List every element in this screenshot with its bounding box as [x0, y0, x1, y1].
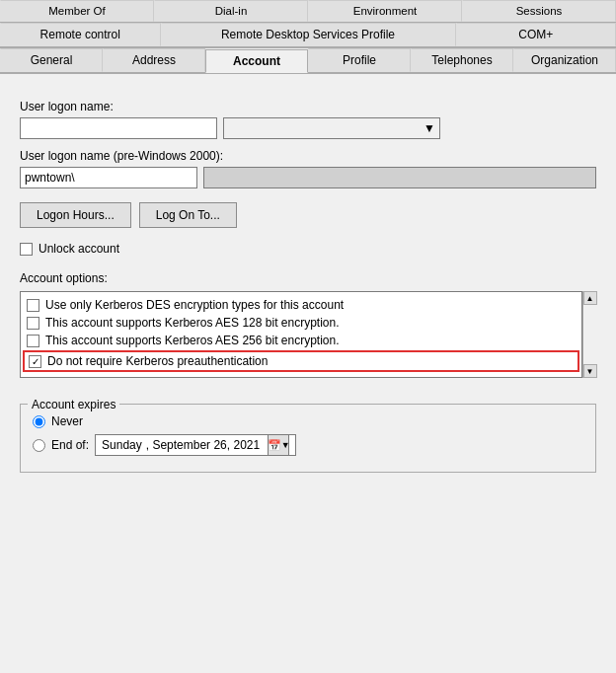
account-options-label: Account options:: [20, 271, 596, 285]
expires-box: Never End of: Sunday , September 26, 202…: [20, 404, 596, 473]
option-item-3: ✓ Do not require Kerberos preauthenticat…: [23, 350, 579, 372]
unlock-account-row: Unlock account: [20, 242, 596, 256]
logon-name-row: ▼: [20, 117, 596, 139]
option-checkbox-3[interactable]: ✓: [29, 355, 41, 368]
option-checkbox-0[interactable]: [27, 299, 39, 312]
option-checkbox-2[interactable]: [27, 335, 39, 347]
option-label-3: Do not require Kerberos preauthenticatio…: [47, 354, 268, 368]
unlock-checkbox[interactable]: [20, 243, 33, 256]
end-of-radio[interactable]: [33, 439, 45, 452]
scrollbar[interactable]: ▲ ▼: [582, 291, 596, 378]
tab-rdp[interactable]: Remote Desktop Services Profile: [161, 23, 456, 46]
options-container: Use only Kerberos DES encryption types f…: [20, 291, 596, 378]
tab-dial-in[interactable]: Dial-in: [154, 0, 308, 22]
tab-com[interactable]: COM+: [456, 23, 617, 46]
logon-name-input[interactable]: [20, 117, 217, 139]
scroll-up-icon[interactable]: ▲: [583, 291, 597, 305]
never-label: Never: [51, 414, 83, 428]
date-dropdown-arrow-icon: ▼: [281, 440, 290, 450]
tab-remote-control[interactable]: Remote control: [0, 23, 161, 46]
option-item-0: Use only Kerberos DES encryption types f…: [27, 296, 576, 314]
tab-sessions[interactable]: Sessions: [462, 0, 616, 22]
tab-general[interactable]: General: [0, 48, 103, 72]
date-rest: , September 26, 2021: [146, 438, 260, 452]
date-picker-button[interactable]: 📅 ▼: [268, 434, 289, 456]
logon-pre2000-prefix: pwntown\: [20, 167, 197, 188]
tab-row-2: Remote control Remote Desktop Services P…: [0, 23, 616, 48]
end-of-radio-row: End of: Sunday , September 26, 2021 📅 ▼: [33, 434, 583, 456]
options-box: Use only Kerberos DES encryption types f…: [20, 291, 582, 378]
date-dropdown[interactable]: Sunday , September 26, 2021 📅 ▼: [95, 434, 296, 456]
end-of-label: End of:: [51, 438, 89, 452]
scroll-track[interactable]: [583, 305, 596, 364]
option-item-2: This account supports Kerberos AES 256 b…: [27, 332, 576, 349]
calendar-icon: 📅: [268, 439, 281, 452]
scroll-down-icon[interactable]: ▼: [583, 364, 597, 378]
logon-pre2000-domain: [203, 167, 596, 188]
button-row: Logon Hours... Log On To...: [20, 202, 596, 228]
content-area: User logon name: ▼ User logon name (pre-…: [0, 74, 616, 488]
option-label-2: This account supports Kerberos AES 256 b…: [45, 334, 340, 347]
logon-pre2000-label: User logon name (pre-Windows 2000):: [20, 149, 596, 163]
logon-hours-button[interactable]: Logon Hours...: [20, 202, 131, 228]
tab-member-of[interactable]: Member Of: [0, 0, 154, 22]
expires-label: Account expires: [28, 398, 119, 411]
option-label-1: This account supports Kerberos AES 128 b…: [45, 316, 340, 330]
tab-row-3: General Address Account Profile Telephon…: [0, 48, 616, 74]
date-day: Sunday: [102, 438, 142, 452]
tab-row-1: Member Of Dial-in Environment Sessions: [0, 0, 616, 23]
logon-pre2000-row: pwntown\: [20, 167, 596, 188]
tab-telephones[interactable]: Telephones: [411, 48, 513, 72]
tab-environment[interactable]: Environment: [308, 0, 462, 22]
option-checkbox-1[interactable]: [27, 317, 39, 330]
tab-address[interactable]: Address: [103, 48, 205, 72]
tab-profile[interactable]: Profile: [308, 48, 411, 72]
tab-organization[interactable]: Organization: [513, 48, 616, 72]
option-item-1: This account supports Kerberos AES 128 b…: [27, 314, 576, 332]
expires-section: Account expires Never End of: Sunday , S…: [20, 390, 596, 473]
tab-account[interactable]: Account: [205, 49, 308, 73]
never-radio-row: Never: [33, 414, 583, 428]
window: Member Of Dial-in Environment Sessions R…: [0, 0, 616, 673]
never-radio[interactable]: [33, 415, 45, 428]
dropdown-arrow-icon: ▼: [424, 121, 435, 135]
logon-name-label: User logon name:: [20, 100, 596, 113]
option-label-0: Use only Kerberos DES encryption types f…: [45, 298, 344, 312]
domain-dropdown[interactable]: ▼: [223, 117, 440, 139]
unlock-label: Unlock account: [38, 242, 119, 256]
log-on-to-button[interactable]: Log On To...: [139, 202, 237, 228]
